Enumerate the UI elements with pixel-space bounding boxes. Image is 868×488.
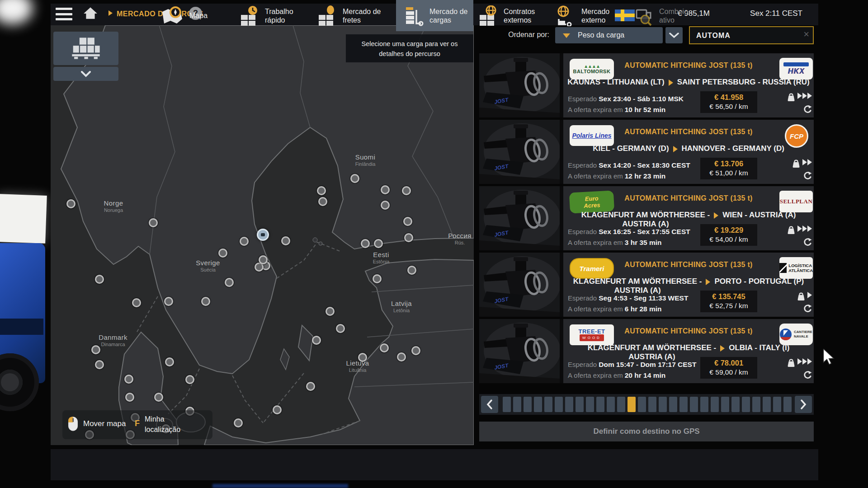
cargo-attribute-icons: [780, 224, 812, 246]
tab-mapa[interactable]: Mapa: [160, 0, 208, 31]
job-marker[interactable]: [403, 217, 412, 226]
job-marker[interactable]: [380, 343, 389, 352]
job-marker[interactable]: [407, 266, 416, 275]
job-marker[interactable]: [336, 324, 345, 333]
job-marker[interactable]: [66, 199, 75, 208]
page-tick[interactable]: [534, 397, 542, 412]
world-map[interactable]: NorgeNoruegaSverigeSuéciaSuomiFinlândiaE…: [51, 25, 474, 445]
page-tick[interactable]: [669, 397, 677, 412]
job-marker[interactable]: [318, 197, 327, 206]
cargo-offer-card[interactable]: JOST Polaris Lines AUTOMATIC HITCHING JO…: [479, 120, 814, 184]
job-marker[interactable]: [91, 345, 100, 354]
job-marker[interactable]: [154, 393, 163, 402]
job-marker[interactable]: [281, 236, 290, 245]
set-gps-destination-button[interactable]: Definir como destino no GPS: [479, 422, 814, 441]
job-marker[interactable]: [358, 353, 367, 362]
cargo-offer-card[interactable]: JOST BALTOMORSK AUTOMATIC HITCHING JOST …: [479, 53, 814, 117]
job-marker[interactable]: [164, 297, 173, 306]
page-tick[interactable]: [565, 397, 573, 412]
cargo-attribute-icons: [780, 357, 812, 379]
job-marker[interactable]: [374, 239, 383, 248]
menu-icon[interactable]: [56, 8, 72, 20]
page-tick[interactable]: [513, 397, 521, 412]
page-tick[interactable]: [752, 397, 760, 412]
page-tick[interactable]: [555, 397, 563, 412]
page-tick[interactable]: [607, 397, 615, 412]
job-marker[interactable]: [95, 360, 104, 369]
tab-contratos-externos[interactable]: Contratosexternos: [477, 0, 535, 31]
rotate-icon: [803, 105, 812, 113]
job-marker[interactable]: [273, 405, 282, 414]
tab-mercado-de-cargas[interactable]: Mercado decargas: [396, 0, 473, 31]
job-marker[interactable]: [306, 382, 315, 391]
cargo-photo-jost-hitch: JOST: [479, 319, 560, 383]
job-marker[interactable]: [326, 307, 335, 316]
page-tick[interactable]: [763, 397, 771, 412]
tab-mercado-de-fretes[interactable]: Mercado defretes: [316, 0, 381, 31]
page-tick[interactable]: [638, 397, 646, 412]
job-marker[interactable]: [317, 186, 326, 195]
job-marker[interactable]: [373, 274, 382, 283]
home-icon[interactable]: [83, 6, 98, 20]
page-tick[interactable]: [690, 397, 698, 412]
page-tick[interactable]: [711, 397, 719, 412]
page-tick[interactable]: [503, 397, 511, 412]
job-marker[interactable]: [350, 174, 359, 183]
job-marker[interactable]: [185, 375, 194, 384]
clear-search-icon[interactable]: ×: [803, 28, 809, 40]
job-marker[interactable]: [404, 233, 413, 242]
job-marker[interactable]: [411, 346, 420, 355]
cargo-route: KLAGENFURT AM WÖRTHERSEE -AUSTRIA (A) PO…: [563, 277, 814, 295]
cargo-weight-icon: [787, 357, 796, 368]
page-tick[interactable]: [679, 397, 688, 412]
page-tick[interactable]: [700, 397, 708, 412]
job-marker[interactable]: [312, 336, 321, 345]
page-tick[interactable]: [648, 397, 656, 412]
job-marker[interactable]: [95, 275, 104, 284]
job-marker[interactable]: [149, 218, 158, 227]
job-marker[interactable]: [361, 239, 370, 248]
page-tick[interactable]: [721, 397, 729, 412]
page-tick[interactable]: [783, 397, 792, 412]
job-marker[interactable]: [132, 298, 141, 307]
cargo-weight-icon: [797, 291, 806, 301]
page-tick[interactable]: [524, 397, 532, 412]
search-input[interactable]: [695, 27, 797, 44]
tab-mercado-externo[interactable]: Mercadoexterno: [555, 0, 609, 31]
job-marker[interactable]: [259, 255, 268, 264]
job-marker[interactable]: [234, 418, 243, 427]
job-marker[interactable]: [218, 249, 227, 258]
page-tick[interactable]: [773, 397, 781, 412]
page-tick[interactable]: [617, 397, 625, 412]
page-tick[interactable]: [731, 397, 740, 412]
cargo-offer-card[interactable]: JOST TREE-ETWOOD AUTOMATIC HITCHING JOST…: [479, 319, 814, 383]
page-tick[interactable]: [742, 397, 750, 412]
cargo-offer-card[interactable]: JOST EuroAcres AUTOMATIC HITCHING JOST (…: [479, 186, 814, 250]
job-marker[interactable]: [165, 357, 174, 366]
job-marker[interactable]: [381, 185, 390, 194]
delivery-window: EsperadoSeg 4:53 - Seg 11:33 WEST: [568, 294, 688, 302]
page-tick[interactable]: [659, 397, 667, 412]
page-tick[interactable]: [544, 397, 552, 412]
job-marker[interactable]: [201, 297, 210, 306]
page-tick-current[interactable]: [627, 397, 636, 412]
next-page-button[interactable]: [795, 396, 812, 413]
scene-billboard: [0, 194, 47, 244]
job-marker[interactable]: [397, 352, 406, 361]
tab-comboio-ativo[interactable]: Comboioativo: [633, 0, 688, 31]
page-tick[interactable]: [586, 397, 594, 412]
tab-trabalho-rapido[interactable]: Trabalhorápido: [239, 0, 293, 31]
previous-page-button[interactable]: [481, 396, 498, 413]
collapse-panel-button[interactable]: [53, 67, 118, 81]
job-marker[interactable]: [125, 393, 134, 402]
job-marker[interactable]: [225, 278, 234, 287]
page-tick[interactable]: [576, 397, 584, 412]
job-marker[interactable]: [402, 186, 411, 195]
job-marker[interactable]: [381, 201, 390, 210]
cargo-overview-button[interactable]: [53, 32, 118, 65]
job-marker[interactable]: [240, 237, 249, 246]
job-marker[interactable]: [124, 375, 133, 384]
cargo-offer-card[interactable]: JOST Trameri AUTOMATIC HITCHING JOST (13…: [479, 253, 814, 317]
page-tick[interactable]: [596, 397, 604, 412]
external-contracts-icon: [477, 5, 498, 26]
